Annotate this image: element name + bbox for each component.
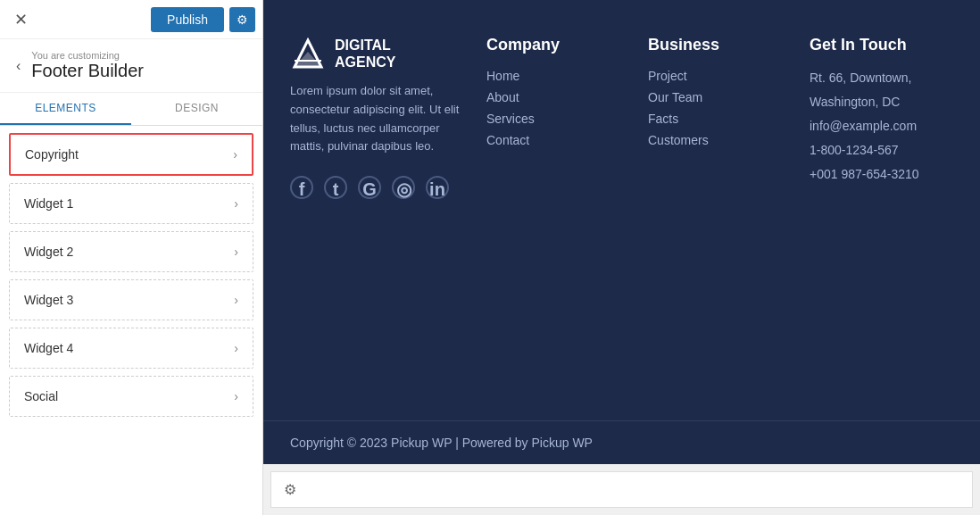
customizing-title: Footer Builder [31, 61, 144, 81]
footer-col-company: Company Home About Services Contact [486, 36, 630, 199]
chevron-icon: › [234, 341, 238, 355]
business-links: Project Our Team Facts Customers [648, 69, 792, 147]
logo-icon [290, 36, 326, 71]
element-widget3-label: Widget 3 [24, 293, 73, 307]
facebook-icon[interactable]: f [290, 176, 313, 199]
footer-top: DIGITAL AGENCY Lorem ipsum dolor sit ame… [290, 36, 953, 199]
settings-bar: ⚙ [270, 471, 973, 508]
element-social[interactable]: Social › [9, 376, 253, 417]
footer-bottom: Copyright © 2023 Pickup WP | Powered by … [263, 420, 980, 464]
element-widget3[interactable]: Widget 3 › [9, 279, 253, 320]
element-widget1[interactable]: Widget 1 › [9, 183, 253, 224]
element-social-label: Social [24, 389, 58, 403]
brand-logo: DIGITAL AGENCY [290, 36, 469, 71]
list-item[interactable]: Services [486, 112, 630, 126]
linkedin-icon[interactable]: in [426, 176, 449, 199]
contact-line-0: Rt. 66, Downtown, [810, 69, 953, 87]
chevron-icon: › [234, 196, 238, 211]
element-widget2-label: Widget 2 [24, 245, 73, 259]
brand-description: Lorem ipsum dolor sit amet, consectetur … [290, 82, 469, 156]
footer-preview: DIGITAL AGENCY Lorem ipsum dolor sit ame… [263, 0, 980, 420]
publish-button[interactable]: Publish [151, 7, 224, 32]
google-icon[interactable]: G [358, 176, 381, 199]
list-item[interactable]: Customers [648, 133, 792, 147]
right-panel: DIGITAL AGENCY Lorem ipsum dolor sit ame… [263, 0, 980, 515]
chevron-icon: › [234, 389, 238, 403]
element-widget4[interactable]: Widget 4 › [9, 328, 253, 369]
instagram-icon[interactable]: ◎ [392, 176, 415, 199]
element-widget1-label: Widget 1 [24, 196, 73, 211]
back-button[interactable]: ‹ [14, 56, 22, 76]
list-item[interactable]: Home [486, 69, 630, 83]
footer-brand: DIGITAL AGENCY Lorem ipsum dolor sit ame… [290, 36, 469, 199]
tab-elements[interactable]: ELEMENTS [0, 93, 131, 125]
top-bar: ✕ Publish ⚙ [0, 0, 262, 39]
left-panel: ✕ Publish ⚙ ‹ You are customizing Footer… [0, 0, 263, 515]
social-icons-row: f t G ◎ in [290, 176, 469, 199]
chevron-icon: › [233, 147, 237, 162]
list-item[interactable]: About [486, 90, 630, 104]
list-item[interactable]: Project [648, 69, 792, 83]
business-heading: Business [648, 36, 792, 54]
tabs-row: ELEMENTS DESIGN [0, 93, 262, 126]
list-item[interactable]: Facts [648, 112, 792, 126]
company-links: Home About Services Contact [486, 69, 630, 147]
chevron-icon: › [234, 245, 238, 259]
settings-gear-icon[interactable]: ⚙ [284, 481, 296, 498]
customizing-label: You are customizing [31, 50, 144, 61]
copyright-text: Copyright © 2023 Pickup WP | Powered by … [290, 436, 593, 450]
contact-line-3: 1-800-1234-567 [810, 141, 953, 160]
contact-line-1: Washington, DC [810, 93, 953, 112]
list-item[interactable]: Contact [486, 133, 630, 147]
element-widget4-label: Widget 4 [24, 341, 73, 355]
element-copyright-label: Copyright [25, 147, 79, 162]
tab-design[interactable]: DESIGN [131, 93, 262, 125]
customizing-section: ‹ You are customizing Footer Builder [0, 39, 262, 93]
twitter-icon[interactable]: t [324, 176, 347, 199]
contact-heading: Get In Touch [810, 36, 953, 54]
chevron-icon: › [234, 293, 238, 307]
company-heading: Company [486, 36, 630, 54]
element-widget2[interactable]: Widget 2 › [9, 231, 253, 272]
list-item[interactable]: Our Team [648, 90, 792, 104]
contact-line-4: +001 987-654-3210 [810, 165, 953, 184]
brand-name: DIGITAL AGENCY [335, 37, 395, 71]
close-button[interactable]: ✕ [7, 6, 35, 33]
contact-line-2: info@example.com [810, 117, 953, 136]
element-copyright[interactable]: Copyright › [9, 133, 253, 176]
footer-col-contact: Get In Touch Rt. 66, Downtown, Washingto… [810, 36, 953, 199]
settings-button[interactable]: ⚙ [229, 7, 255, 32]
footer-col-business: Business Project Our Team Facts Customer… [648, 36, 792, 199]
elements-list: Copyright › Widget 1 › Widget 2 › Widget… [0, 126, 262, 515]
customizing-text: You are customizing Footer Builder [31, 50, 144, 81]
